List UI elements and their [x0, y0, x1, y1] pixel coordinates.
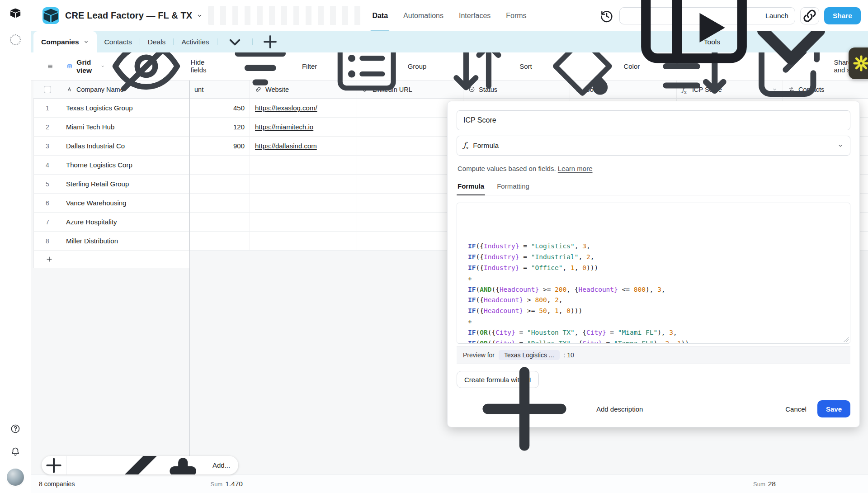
chevron-down-icon [101, 63, 104, 69]
icp-score-sum[interactable]: Sum 28 [677, 474, 779, 493]
cell-name[interactable]: Sterling Retail Group [61, 175, 189, 194]
frozen-column-divider[interactable] [189, 81, 190, 493]
cell-name[interactable]: Thorne Logistics Corp [61, 156, 189, 175]
field-name-input[interactable] [457, 110, 850, 130]
cell-name[interactable]: Miami Tech Hub [61, 118, 189, 137]
formula-line: + [468, 274, 845, 284]
loading-spinner-icon [10, 34, 21, 45]
cell-rownum[interactable]: 1 [33, 99, 61, 118]
resize-handle[interactable] [844, 337, 849, 342]
table-tab-activities[interactable]: Activities [174, 31, 217, 52]
base-title[interactable]: CRE Lead Factory — FL & TX [65, 10, 192, 21]
top-nav: Data Automations Interfaces Forms [372, 0, 526, 31]
cell-website[interactable] [250, 156, 357, 175]
cell-name[interactable]: Dallas Industrial Co [61, 137, 189, 156]
link-icon [801, 7, 819, 25]
notifications-bell-icon[interactable] [10, 446, 21, 457]
record-count: 8 companies [39, 474, 75, 493]
cell-headcount[interactable]: 120 [189, 118, 250, 137]
formula-line: IF({Industry} = "Logistics", 3, [468, 241, 845, 252]
formula-field-icon: ƒx [463, 141, 468, 150]
plus-icon [457, 341, 592, 477]
formula-line: IF({Headcount} >= 50, 1, 0))) [468, 306, 845, 317]
launch-icon [626, 0, 762, 84]
formula-line: IF(AND({Headcount} >= 200, {Headcount} <… [468, 284, 845, 295]
add-table-icon[interactable] [253, 31, 288, 52]
cell-headcount[interactable] [189, 194, 250, 213]
cell-name[interactable]: Miller Distribution [61, 232, 189, 251]
cell-website[interactable]: https://dallasind.com [250, 137, 357, 156]
tab-formula[interactable]: Formula [457, 181, 485, 195]
history-icon[interactable] [599, 8, 614, 24]
add-description-button[interactable]: Add description [457, 341, 643, 477]
cell-rownum[interactable]: 5 [33, 175, 61, 194]
website-link[interactable]: https://dallasind.com [255, 142, 317, 150]
cell-headcount[interactable] [189, 213, 250, 232]
top-bar: CRE Lead Factory — FL & TX Data Automati… [31, 0, 868, 31]
modal-tabs: Formula Formatting [457, 181, 850, 195]
plus-icon [45, 255, 53, 263]
launch-button[interactable]: Launch [619, 7, 795, 24]
collaborator-skeleton [208, 6, 362, 25]
cell-name[interactable]: Azure Hospitality [61, 213, 189, 232]
formula-editor[interactable]: IF({Industry} = "Logistics", 3,IF({Indus… [457, 203, 850, 344]
view-sidebar-toggle-icon[interactable] [47, 62, 53, 71]
formula-line: IF(OR({City} = "Houston TX", {City} = "M… [468, 327, 845, 338]
cancel-button[interactable]: Cancel [778, 400, 814, 417]
add-record-button[interactable] [42, 456, 66, 474]
view-switcher[interactable]: Grid view [67, 58, 105, 75]
field-type-description: Compute values based on fields. Learn mo… [458, 165, 593, 172]
airtable-app: CRE Lead Factory — FL & TX Data Automati… [0, 0, 868, 493]
tab-formatting[interactable]: Formatting [496, 181, 530, 195]
cell-headcount[interactable] [189, 175, 250, 194]
column-header-rownum[interactable] [33, 81, 61, 99]
help-icon[interactable] [10, 423, 21, 434]
asterisk-icon [853, 55, 868, 72]
cell-website[interactable] [250, 232, 357, 251]
copy-link-button[interactable] [800, 7, 819, 24]
cell-rownum[interactable]: 4 [33, 156, 61, 175]
save-button[interactable]: Save [817, 400, 850, 417]
chevron-down-icon [837, 142, 844, 149]
cell-rownum[interactable]: 2 [33, 118, 61, 137]
cell-rownum[interactable]: 6 [33, 194, 61, 213]
cell-rownum[interactable]: 8 [33, 232, 61, 251]
cell-website[interactable]: https://miamitech.io [250, 118, 357, 137]
cell-headcount[interactable] [189, 232, 250, 251]
nav-tab-data[interactable]: Data [372, 0, 388, 31]
cell-rownum[interactable]: 7 [33, 213, 61, 232]
table-tab-deals[interactable]: Deals [140, 31, 174, 52]
cell-rownum[interactable]: 3 [33, 137, 61, 156]
formula-line: IF({Headcount} > 800, 2, [468, 295, 845, 306]
extension-asterisk-button[interactable] [849, 47, 868, 79]
cell-website[interactable] [250, 194, 357, 213]
add-with-ai-button[interactable]: Add... [66, 456, 238, 474]
share-button[interactable]: Share [824, 7, 861, 24]
chevron-down-icon [83, 39, 89, 45]
magic-wand-icon [73, 456, 208, 474]
cell-headcount[interactable] [189, 156, 250, 175]
learn-more-link[interactable]: Learn more [558, 165, 593, 172]
airtable-logo-icon[interactable] [9, 7, 21, 19]
user-avatar[interactable] [7, 469, 24, 486]
add-record-row[interactable] [33, 251, 189, 268]
nav-tab-forms[interactable]: Forms [506, 0, 526, 31]
more-tables-chevron-icon[interactable] [217, 31, 252, 52]
cell-headcount[interactable]: 900 [189, 137, 250, 156]
summary-bar: 8 companies Sum 1.470 Sum 28 [31, 474, 868, 493]
modal-footer: Add description Cancel Save [457, 400, 850, 418]
cell-name[interactable]: Vance Warehousing [61, 194, 189, 213]
nav-tab-automations[interactable]: Automations [403, 0, 443, 31]
table-tab-contacts[interactable]: Contacts [97, 31, 140, 52]
cell-website[interactable] [250, 213, 357, 232]
base-icon[interactable] [42, 7, 59, 24]
field-type-select[interactable]: ƒx Formula [457, 136, 850, 156]
nav-tab-interfaces[interactable]: Interfaces [459, 0, 491, 31]
website-link[interactable]: https://miamitech.io [255, 123, 313, 131]
base-title-chevron-down-icon[interactable] [196, 12, 203, 19]
select-all-checkbox[interactable] [44, 86, 51, 93]
field-config-modal: ƒx Formula Compute values based on field… [447, 101, 860, 427]
table-tab-companies[interactable]: Companies [33, 31, 97, 52]
cell-website[interactable] [250, 175, 357, 194]
headcount-sum[interactable]: Sum 1.470 [189, 474, 246, 493]
